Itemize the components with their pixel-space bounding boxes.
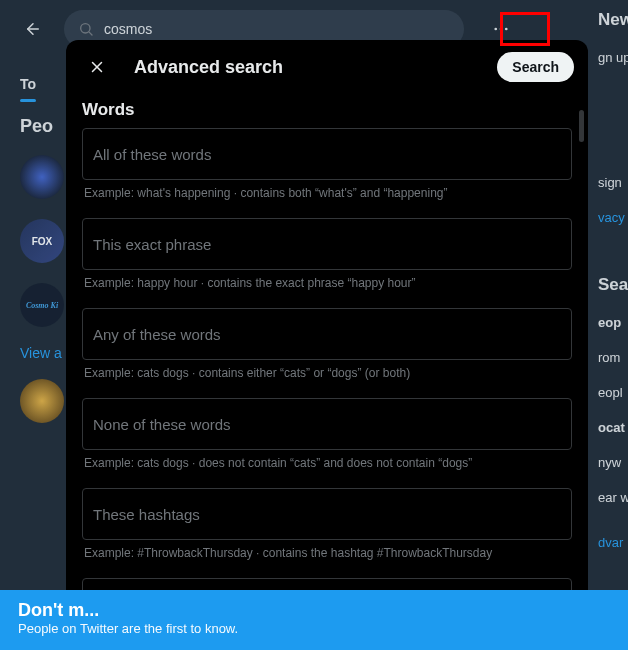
modal-title: Advanced search (134, 57, 477, 78)
all-of-these-words-input[interactable]: All of these words (82, 128, 572, 180)
these-hashtags-hint: Example: #ThrowbackThursday · contains t… (82, 540, 572, 574)
these-hashtags-input[interactable]: These hashtags (82, 488, 572, 540)
any-of-these-words-input[interactable]: Any of these words (82, 308, 572, 360)
none-of-these-words-input[interactable]: None of these words (82, 398, 572, 450)
all-of-these-words-hint: Example: what's happening · contains bot… (82, 180, 572, 214)
close-button[interactable] (80, 50, 114, 84)
this-exact-phrase-input[interactable]: This exact phrase (82, 218, 572, 270)
advanced-search-modal: Advanced search Search Words All of thes… (66, 40, 588, 610)
close-icon (88, 58, 106, 76)
none-of-these-words-hint: Example: cats dogs · does not contain “c… (82, 450, 572, 484)
words-section-heading: Words (82, 100, 572, 120)
signup-banner: Don't m... People on Twitter are the fir… (0, 590, 628, 650)
banner-subtitle: People on Twitter are the first to know. (18, 621, 610, 636)
modal-backdrop[interactable]: Advanced search Search Words All of thes… (0, 0, 628, 650)
scrollbar[interactable] (579, 110, 584, 142)
any-of-these-words-hint: Example: cats dogs · contains either “ca… (82, 360, 572, 394)
search-button[interactable]: Search (497, 52, 574, 82)
this-exact-phrase-hint: Example: happy hour · contains the exact… (82, 270, 572, 304)
banner-title: Don't m... (18, 600, 610, 621)
highlight-annotation (500, 12, 550, 46)
